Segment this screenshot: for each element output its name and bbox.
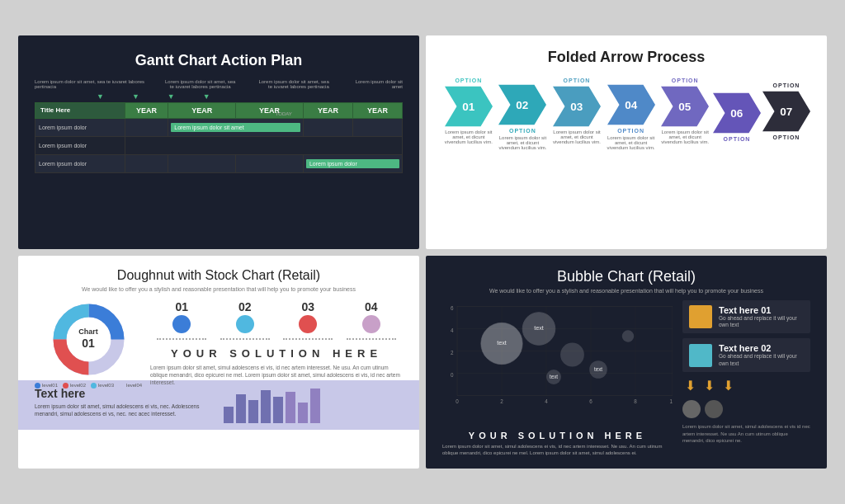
doughnut-item-4: 04	[347, 300, 396, 343]
arrow-item-5: OPTION 05 Lorem ipsum dolor sit amet, et…	[659, 78, 711, 144]
gantt-col-year1: YEAR	[125, 102, 168, 118]
svg-text:2: 2	[451, 350, 454, 356]
arrow-item-1: OPTION 01 Lorem ipsum dolor sit amet, et…	[442, 78, 495, 144]
bar-chart-mini	[224, 390, 403, 423]
arrow-down-3: ⬇	[720, 379, 735, 392]
main-container: Gantt Chart Action Plan Lorem ipsum dolo…	[10, 27, 835, 478]
gantt-col-year4: YEAR	[303, 102, 352, 118]
bar-7	[298, 403, 308, 423]
svg-text:text: text	[550, 373, 558, 379]
gantt-arrow-3: ▼	[168, 92, 175, 101]
bar-1	[224, 407, 234, 423]
svg-text:0: 0	[456, 398, 459, 403]
bubble-arrows: ⬇ ⬇ ⬇	[682, 379, 810, 392]
bar-3	[248, 400, 258, 423]
arrow-option-7b: OPTION	[773, 134, 800, 140]
gantt-col-year3: YEAR	[236, 102, 304, 118]
bar-4	[261, 390, 271, 423]
small-circle-2	[705, 400, 723, 418]
arrow-item-2: 02 OPTION Lorem ipsum dolor sit amet, et…	[497, 73, 550, 150]
svg-text:05: 05	[678, 101, 692, 113]
slide-gantt: Gantt Chart Action Plan Lorem ipsum dolo…	[18, 35, 419, 249]
bubble-circles-row	[682, 400, 810, 418]
arrow-shape-1: 01	[445, 86, 493, 127]
bubble-solution-text: YOUR SOLUTION HERE	[442, 431, 673, 440]
svg-text:text: text	[534, 324, 544, 332]
arrow-option-6b: OPTION	[724, 136, 751, 142]
bottom-label: Text here	[35, 387, 214, 400]
doughnut-chart: Chart 01	[50, 300, 128, 379]
gantt-table: Title Here YEAR YEAR YEAR YEAR YEAR Lore…	[35, 102, 403, 173]
bubble-chart-area: 6 4 2 0 0 2 4 6 8 10	[442, 300, 673, 457]
bubble-title: Bubble Chart (Retail)	[442, 268, 810, 285]
slide-doughnut: Doughnut with Stock Chart (Retail) We wo…	[18, 256, 419, 469]
svg-text:04: 04	[625, 99, 638, 111]
bar-2	[236, 394, 246, 423]
svg-text:07: 07	[780, 106, 792, 118]
gantt-title: Gantt Chart Action Plan	[35, 52, 403, 69]
gantt-col-year5: YEAR	[352, 102, 402, 118]
svg-text:2: 2	[500, 398, 503, 403]
bubble-right-extra-desc: Lorem ipsum dolor sit amet, simul adoles…	[682, 423, 810, 444]
solution-text: YOUR SOLUTION HERE	[150, 347, 403, 360]
item-dot-4	[362, 315, 380, 333]
bubble-legend-2: Text here 02 Go ahead and replace it wil…	[682, 338, 810, 372]
gantt-row3-col1	[125, 154, 168, 172]
gantt-row1-label: Lorem ipsum dolor	[35, 118, 125, 136]
svg-text:text: text	[594, 365, 602, 371]
table-row: Lorem ipsum dolor Lorem ipsum dolor	[35, 154, 403, 172]
arrow-option-4b: OPTION	[617, 128, 644, 134]
arrow-row-top: OPTION 01 Lorem ipsum dolor sit amet, et…	[442, 73, 810, 150]
item-dot-3	[299, 315, 317, 333]
arrow-down-2: ⬇	[701, 379, 716, 392]
legend-text-2: Text here 02 Go ahead and replace it wil…	[719, 343, 804, 367]
doughnut-title: Doughnut with Stock Chart (Retail)	[35, 268, 403, 283]
svg-text:8: 8	[634, 398, 637, 403]
arrow-shape-2: 02	[498, 84, 546, 125]
arrow-shape-7: 07	[762, 91, 810, 132]
gantt-bar-1: Lorem ipsum dolor sit amet	[171, 123, 300, 132]
doughnut-right: 01 02 03	[150, 300, 403, 393]
bubble-chart-svg: 6 4 2 0 0 2 4 6 8 10	[442, 300, 673, 427]
slide-bubble: Bubble Chart (Retail) We would like to o…	[426, 256, 827, 469]
svg-text:6: 6	[451, 305, 454, 311]
doughnut-item-1: 01	[157, 300, 206, 343]
svg-point-40	[560, 342, 584, 366]
gantt-bar-3: Lorem ipsum dolor	[306, 159, 399, 168]
gantt-row2-empty	[125, 136, 402, 154]
svg-text:03: 03	[570, 101, 583, 113]
bubble-content: 6 4 2 0 0 2 4 6 8 10	[442, 300, 810, 457]
arrow-desc-5: Lorem ipsum dolor sit amet, et dicunt vi…	[659, 130, 711, 144]
doughnut-center-label: Chart 01	[78, 327, 98, 351]
bar-5	[273, 397, 283, 423]
today-label: TODAY	[276, 111, 292, 116]
slide-arrow: Folded Arrow Process OPTION 01 Lorem ips…	[426, 35, 827, 249]
arrow-down-1: ⬇	[682, 379, 697, 392]
gantt-row2-label: Lorem ipsum dolor	[35, 136, 125, 154]
small-circle-1	[682, 400, 701, 418]
doughnut-left: Chart 01 level01 level02	[35, 300, 142, 389]
gantt-arrow-2: ▼	[132, 92, 139, 101]
table-row: Lorem ipsum dolor Lorem ipsum dolor sit …	[35, 118, 403, 136]
dotted-line-4	[347, 338, 396, 340]
arrow-shape-3: 03	[553, 86, 601, 127]
arrow-desc-3: Lorem ipsum dolor sit amet, et dicunt vi…	[550, 130, 603, 144]
bubble-right: Text here 01 Go ahead and replace it wil…	[682, 300, 810, 457]
slides-grid: Gantt Chart Action Plan Lorem ipsum dolo…	[18, 35, 827, 469]
gantt-row1-col5	[352, 118, 402, 136]
bubble-subtitle: We would like to offer you a stylish and…	[442, 288, 810, 294]
item-dot-1	[172, 315, 191, 333]
arrow-shape-6: 06	[713, 92, 761, 134]
solution-desc: Lorem ipsum dolor sit amet, simul adoles…	[150, 364, 403, 386]
gantt-arrow-1: ▼	[97, 92, 104, 101]
arrow-shape-4: 04	[607, 84, 655, 125]
bar-8	[310, 389, 320, 423]
svg-text:6: 6	[589, 398, 592, 403]
bubble-desc: Lorem ipsum dolor sit amet, simul adoles…	[442, 443, 673, 457]
table-row: Lorem ipsum dolor	[35, 136, 403, 154]
doughnut-item-3: 03	[283, 300, 333, 343]
doughnut-items-row: 01 02 03	[150, 300, 403, 343]
bottom-desc: Lorem ipsum dolor sit amet, simul adoles…	[35, 403, 214, 417]
gantt-arrow-4: ▼	[203, 92, 210, 101]
arrow-option-2b: OPTION	[509, 128, 536, 134]
